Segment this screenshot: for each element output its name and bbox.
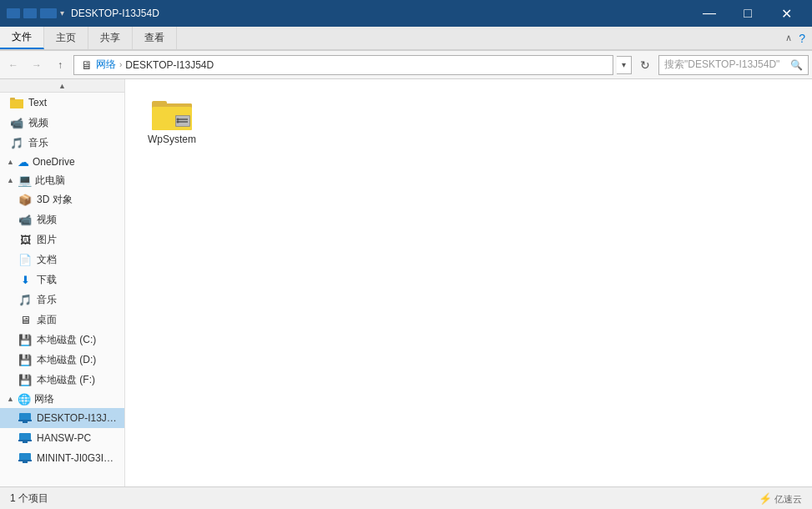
hansw-icon	[18, 431, 32, 445]
svg-rect-2	[10, 98, 15, 100]
main-area: ▲ Text 📹 视频 🎵 音乐 ▲ ☁	[0, 79, 812, 486]
svg-rect-11	[23, 461, 28, 463]
title-icon-1	[7, 8, 20, 18]
close-button[interactable]: ✕	[767, 0, 805, 27]
sidebar-item-diskf[interactable]: 💾 本地磁盘 (F:)	[0, 370, 124, 390]
window-controls: — □ ✕	[690, 0, 805, 27]
sidebar-label-diskc: 本地磁盘 (C:)	[37, 333, 96, 347]
title-bar-arrow: ▾	[60, 8, 64, 18]
folder-label-wpsystem: WpSystem	[148, 134, 196, 145]
tab-share[interactable]: 共享	[88, 27, 133, 49]
diskf-icon: 💾	[18, 373, 32, 386]
title-bar-icons: ▾	[7, 8, 64, 18]
address-row: ← → ↑ 🖥 网络 › DESKTOP-I13J54D ▾ ↻ 搜索"DESK…	[0, 51, 812, 79]
sidebar-item-music2[interactable]: 🎵 音乐	[0, 290, 124, 310]
onedrive-icon: ☁	[18, 155, 29, 169]
brand-name: 亿速云	[774, 494, 802, 504]
sidebar-label-minint: MININT-JI0G3I…	[37, 452, 113, 464]
up-button[interactable]: ↑	[50, 55, 70, 75]
sidebar-section-thispc[interactable]: ▲ 💻 此电脑	[0, 171, 124, 189]
svg-point-20	[177, 118, 179, 121]
diskd-icon: 💾	[18, 353, 32, 366]
sidebar-label-music1: 音乐	[28, 136, 48, 150]
sidebar-item-pictures[interactable]: 🖼 图片	[0, 229, 124, 249]
svg-rect-4	[18, 420, 32, 421]
sidebar-label-hansw: HANSW-PC	[37, 432, 91, 444]
back-button[interactable]: ←	[3, 55, 23, 75]
ribbon-expand-icon[interactable]: ∧	[785, 33, 792, 43]
brand-logo: ⚡ 亿速云	[759, 492, 802, 506]
chevron-onedrive: ▲	[7, 158, 14, 166]
address-dropdown-button[interactable]: ▾	[617, 56, 632, 74]
sidebar-item-docs[interactable]: 📄 文档	[0, 249, 124, 270]
sidebar-label-text: Text	[28, 97, 47, 108]
tab-file[interactable]: 文件	[0, 27, 44, 49]
svg-rect-14	[152, 101, 167, 106]
sidebar-item-diskd[interactable]: 💾 本地磁盘 (D:)	[0, 350, 124, 370]
thispc-icon: 💻	[18, 174, 32, 187]
address-computer-icon: 🖥	[81, 58, 93, 72]
network-icon: 🌐	[18, 393, 31, 406]
title-bar: ▾ DESKTOP-I13J54D — □ ✕	[0, 0, 812, 27]
sidebar-label-network: 网络	[34, 392, 54, 406]
sidebar-item-desktop-active[interactable]: DESKTOP-I13J…	[0, 408, 124, 428]
status-bar: 1 个项目 ⚡ 亿速云	[0, 486, 812, 509]
breadcrumb-desktop[interactable]: DESKTOP-I13J54D	[125, 59, 214, 71]
sidebar-label-onedrive: OneDrive	[33, 156, 75, 168]
svg-rect-7	[18, 440, 32, 441]
search-placeholder: 搜索"DESKTOP-I13J54D"	[664, 58, 787, 72]
status-item-count: 1 个项目	[10, 491, 48, 506]
sidebar-item-minint[interactable]: MININT-JI0G3I…	[0, 448, 124, 468]
sidebar-label-video2: 视频	[37, 213, 57, 227]
maximize-button[interactable]: □	[729, 0, 767, 27]
sidebar-label-diskf: 本地磁盘 (F:)	[37, 373, 95, 387]
sidebar-section-network[interactable]: ▲ 🌐 网络	[0, 390, 124, 408]
help-icon[interactable]: ?	[799, 32, 805, 45]
diskc-icon: 💾	[18, 333, 32, 346]
sidebar-item-video1[interactable]: 📹 视频	[0, 113, 124, 133]
sidebar-scroll-up[interactable]: ▲	[0, 79, 124, 93]
sidebar-label-thispc: 此电脑	[35, 174, 65, 188]
svg-point-21	[177, 121, 179, 123]
content-area: WpSystem	[125, 79, 812, 486]
tab-home[interactable]: 主页	[44, 27, 88, 49]
forward-button[interactable]: →	[27, 55, 47, 75]
sidebar-label-desktop: 桌面	[37, 313, 57, 327]
sidebar-item-hansw[interactable]: HANSW-PC	[0, 428, 124, 448]
sidebar-label-desktop-active: DESKTOP-I13J…	[37, 412, 117, 424]
sidebar-label-music2: 音乐	[37, 293, 57, 307]
sidebar-item-desktop[interactable]: 🖥 桌面	[0, 310, 124, 330]
tab-view[interactable]: 查看	[133, 27, 177, 49]
sidebar-item-downloads[interactable]: ⬇ 下载	[0, 270, 124, 290]
svg-rect-1	[10, 99, 23, 108]
sidebar-section-onedrive[interactable]: ▲ ☁ OneDrive	[0, 153, 124, 171]
minimize-button[interactable]: —	[690, 0, 729, 27]
sidebar-item-3dobjects[interactable]: 📦 3D 对象	[0, 189, 124, 209]
music-icon-1: 🎵	[10, 136, 23, 149]
title-icon-2	[23, 8, 37, 18]
video-icon-1: 📹	[10, 116, 23, 129]
refresh-button[interactable]: ↻	[635, 55, 655, 75]
search-box[interactable]: 搜索"DESKTOP-I13J54D" 🔍	[658, 55, 809, 75]
sidebar-item-video2[interactable]: 📹 视频	[0, 209, 124, 229]
svg-rect-10	[18, 460, 32, 461]
sidebar-label-pictures: 图片	[37, 233, 57, 247]
search-icon[interactable]: 🔍	[790, 59, 803, 71]
title-icon-3	[40, 8, 57, 18]
chevron-thispc: ▲	[7, 176, 14, 184]
sidebar-item-music1[interactable]: 🎵 音乐	[0, 133, 124, 153]
breadcrumb: 网络 › DESKTOP-I13J54D	[96, 58, 214, 72]
sidebar-item-diskc[interactable]: 💾 本地磁盘 (C:)	[0, 330, 124, 350]
sidebar: ▲ Text 📹 视频 🎵 音乐 ▲ ☁	[0, 79, 125, 486]
sidebar-label-video1: 视频	[28, 116, 48, 130]
minint-icon	[18, 451, 32, 465]
svg-rect-5	[23, 421, 28, 423]
breadcrumb-network[interactable]: 网络	[96, 58, 116, 72]
address-bar[interactable]: 🖥 网络 › DESKTOP-I13J54D	[73, 55, 613, 75]
folder-wpsystem[interactable]: WpSystem	[139, 93, 205, 149]
sidebar-item-text[interactable]: Text	[0, 93, 124, 113]
brand-icon: ⚡	[759, 492, 772, 505]
scroll-up-arrow: ▲	[58, 82, 66, 90]
ribbon: 文件 主页 共享 查看 ∧ ?	[0, 27, 812, 51]
sidebar-label-docs: 文档	[37, 253, 57, 267]
